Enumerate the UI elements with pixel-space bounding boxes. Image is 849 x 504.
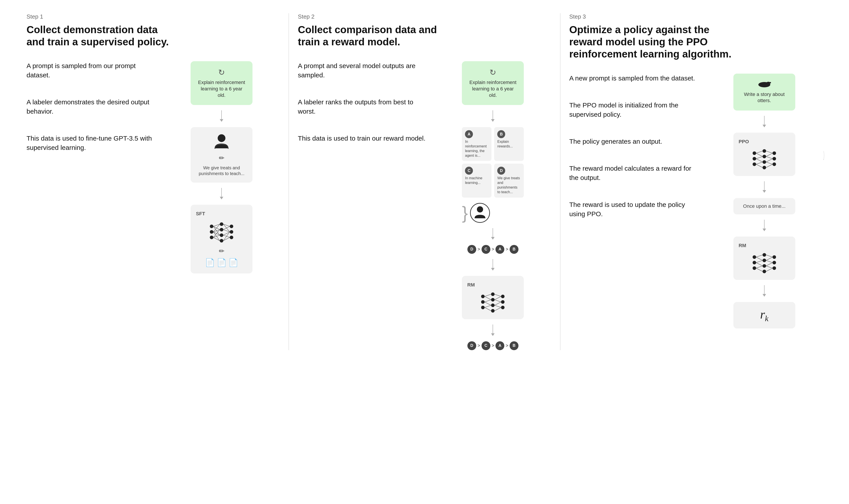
step2-rm-box: RM <box>462 276 524 319</box>
svg-marker-78 <box>823 159 824 160</box>
step2-arrow1 <box>491 110 494 122</box>
svg-point-62 <box>762 166 766 169</box>
step1-content: A prompt is sampled from our prompt data… <box>26 61 280 273</box>
step1-desc1: A prompt is sampled from our prompt data… <box>26 61 155 80</box>
step1-prompt-box: ↻ Explain reinforcement learning to a 6 … <box>191 61 252 105</box>
svg-point-10 <box>230 230 233 234</box>
output-c-letter: C <box>465 167 473 175</box>
svg-point-56 <box>753 151 756 155</box>
svg-line-27 <box>223 237 230 241</box>
step3-diagram-col: Write a story about otters. PPO <box>706 74 823 328</box>
svg-point-37 <box>491 309 494 312</box>
svg-point-38 <box>501 295 505 298</box>
svg-line-91 <box>756 260 762 263</box>
svg-line-73 <box>766 153 773 157</box>
svg-point-7 <box>220 233 223 237</box>
step1-sft-pencil: ✏ <box>219 247 224 255</box>
feedback-arrow-svg <box>818 151 829 160</box>
step3-prompt-box: Write a story about otters. <box>734 74 795 110</box>
svg-line-29 <box>223 232 230 241</box>
svg-line-21 <box>213 237 220 241</box>
step3-output-text: Once upon a time... <box>743 203 785 209</box>
step2-person-circle <box>470 203 490 223</box>
step3-desc2: The PPO model is initialized from the su… <box>569 101 697 119</box>
step1-diagram-col: ↻ Explain reinforcement learning to a 6 … <box>163 61 280 273</box>
rank-b1: B <box>510 245 519 254</box>
step2-labeler-row: } <box>462 203 524 223</box>
svg-line-67 <box>756 153 762 157</box>
step1-arrow1 <box>220 110 223 122</box>
svg-point-81 <box>753 266 756 270</box>
output-d-letter: D <box>497 167 505 175</box>
step2-diagram-col: ↻ Explain reinforcement learning to a 6 … <box>435 61 551 350</box>
svg-line-51 <box>494 305 501 307</box>
svg-line-76 <box>766 162 773 164</box>
svg-line-42 <box>485 296 491 300</box>
svg-line-75 <box>766 159 773 162</box>
step3-rm-box: RM <box>734 236 795 280</box>
svg-point-33 <box>481 306 485 309</box>
output-d-text: We give treats and punishments to teach.… <box>497 176 521 194</box>
step2-ranking-row2: D > C > A > B <box>467 341 519 350</box>
step3-reward-box: rk <box>734 302 795 328</box>
rank-c1: C <box>482 245 490 254</box>
svg-point-83 <box>762 259 766 262</box>
output-a: A In reinforcement learning, the agent i… <box>462 127 491 161</box>
step3-column: Step 3 Optimize a policy against therewa… <box>560 13 831 350</box>
svg-point-57 <box>753 157 756 161</box>
svg-point-80 <box>753 261 756 264</box>
step2-desc3: This data is used to train our reward mo… <box>298 134 426 143</box>
step2-title: Collect comparison data andtrain a rewar… <box>298 24 551 48</box>
svg-point-30 <box>477 206 483 212</box>
svg-point-36 <box>491 304 494 307</box>
rank-d1: D <box>467 245 476 254</box>
svg-point-2 <box>210 224 213 228</box>
svg-line-66 <box>756 151 762 153</box>
refresh-icon: ↻ <box>218 68 225 77</box>
svg-line-77 <box>766 164 773 167</box>
svg-point-1 <box>218 134 225 142</box>
output-c: C In machine learning... <box>462 164 491 197</box>
step2-rm-label: RM <box>467 282 475 288</box>
svg-line-52 <box>494 307 501 311</box>
svg-point-82 <box>762 253 766 257</box>
rank-d2: D <box>467 341 476 350</box>
step3-ppo-label: PPO <box>739 139 749 145</box>
svg-point-59 <box>762 149 766 153</box>
svg-line-49 <box>494 300 501 302</box>
svg-point-6 <box>220 228 223 231</box>
step2-prompt-box: ↻ Explain reinforcement learning to a 6 … <box>462 61 524 105</box>
svg-point-84 <box>762 264 766 268</box>
svg-point-4 <box>210 236 213 239</box>
step1-sft-box: SFT <box>191 205 252 273</box>
svg-point-31 <box>481 295 485 298</box>
step2-ranking-row1: D > C > A > B <box>467 245 519 254</box>
step2-text-col: A prompt and several model outputs are s… <box>298 61 426 143</box>
step3-rm-network <box>750 252 779 274</box>
svg-point-79 <box>753 255 756 259</box>
output-c-text: In machine learning... <box>465 176 488 185</box>
svg-line-96 <box>766 257 773 260</box>
rank-b2: B <box>510 341 519 350</box>
svg-point-65 <box>773 162 776 166</box>
svg-point-64 <box>773 157 776 161</box>
step3-desc4: The reward model calculates a reward for… <box>569 164 697 182</box>
svg-point-32 <box>481 300 485 304</box>
step3-text-col: A new prompt is sampled from the dataset… <box>569 74 697 219</box>
output-b-text: Explain rewards... <box>497 140 521 149</box>
svg-line-44 <box>485 302 491 305</box>
pencil-icon: ✏ <box>219 154 224 162</box>
step3-ppo-box: PPO <box>734 133 795 176</box>
step1-sft-label: SFT <box>196 211 205 217</box>
step3-prompt-text: Write a story about otters. <box>740 91 789 104</box>
svg-line-92 <box>756 263 762 266</box>
svg-point-58 <box>753 162 756 166</box>
svg-line-89 <box>756 255 762 257</box>
svg-line-41 <box>485 294 491 296</box>
svg-point-34 <box>491 292 494 296</box>
step3-desc3: The policy generates an output. <box>569 137 697 146</box>
svg-line-72 <box>766 151 773 153</box>
svg-line-47 <box>494 294 501 296</box>
svg-line-70 <box>756 162 762 164</box>
svg-point-86 <box>773 255 776 259</box>
